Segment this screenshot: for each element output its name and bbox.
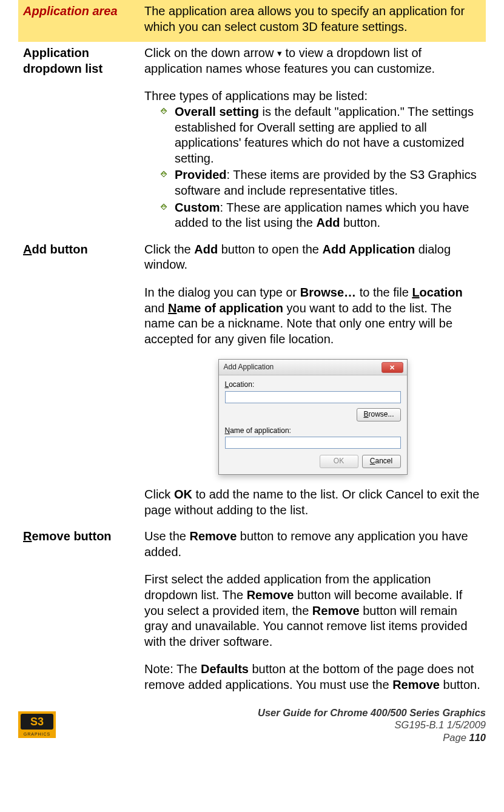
svg-text:GRAPHICS: GRAPHICS xyxy=(24,732,51,736)
dialog-action-row: OK Cancel xyxy=(225,455,401,468)
close-icon: ✕ xyxy=(389,363,395,372)
list-item: Overall setting is the default "applicat… xyxy=(160,104,481,166)
bullet-icon xyxy=(160,170,167,178)
close-button[interactable]: ✕ xyxy=(381,362,403,373)
t: Defaults xyxy=(201,662,249,676)
t: and xyxy=(144,301,168,315)
t: ocation xyxy=(420,286,463,299)
row-application-area: Application area The application area al… xyxy=(18,0,486,42)
t: ame of application: xyxy=(230,426,291,435)
desc-application-area: The application area allows you to speci… xyxy=(139,0,486,42)
t: Click the xyxy=(144,243,194,256)
dropdown-intro: Click on the down arrow ▾ to view a drop… xyxy=(144,45,481,76)
li-tail-rest: button. xyxy=(340,216,380,229)
footer-line3: Page 110 xyxy=(258,731,486,744)
browse-row: Browse... xyxy=(225,408,401,421)
desc-application-area-text: The application area allows you to speci… xyxy=(144,4,481,35)
t: In the dialog you can type or xyxy=(144,286,300,299)
add-p2: In the dialog you can type or Browse… to… xyxy=(144,285,481,347)
t: ocation: xyxy=(229,380,254,389)
t: button. xyxy=(440,678,480,691)
footer-line2: SG195-B.1 1/5/2009 xyxy=(258,719,486,731)
t: Remove xyxy=(247,588,294,602)
dropdown-types-list: Overall setting is the default "applicat… xyxy=(144,104,481,231)
t: OK xyxy=(174,488,192,501)
desc-dropdown-list: Click on the down arrow ▾ to view a drop… xyxy=(139,42,486,238)
term-remove-u: R xyxy=(23,529,32,543)
dropdown-arrow-icon: ▾ xyxy=(277,48,282,58)
li-lead: Overall setting xyxy=(175,105,259,118)
ok-button[interactable]: OK xyxy=(320,455,358,468)
name-input[interactable] xyxy=(225,437,401,449)
add-application-dialog: Add Application ✕ Location: xyxy=(218,359,408,475)
location-label: Location: xyxy=(225,380,401,389)
li-lead: Provided xyxy=(175,168,227,181)
term-add-rest: dd button xyxy=(32,243,87,256)
li-tail-bold: Add xyxy=(317,216,340,229)
t: Use the xyxy=(144,529,189,543)
row-dropdown-list: Application dropdown list Click on the d… xyxy=(18,42,486,238)
list-item: Custom: These are application names whic… xyxy=(160,200,481,231)
t: rowse... xyxy=(368,410,394,418)
dialog-title: Add Application xyxy=(224,363,274,372)
t: L xyxy=(412,286,419,299)
document-page: Application area The application area al… xyxy=(0,0,504,700)
term-remove-rest: emove button xyxy=(32,529,111,543)
term-application-area: Application area xyxy=(18,0,139,42)
t: Add xyxy=(194,243,218,256)
add-p1: Click the Add button to open the Add App… xyxy=(144,242,481,273)
remove-p2: First select the added application from … xyxy=(144,572,481,649)
footer-text: User Guide for Chrome 400/500 Series Gra… xyxy=(258,706,486,744)
footer-page-word: Page xyxy=(443,732,469,743)
list-item: Provided: These items are provided by th… xyxy=(160,167,481,198)
browse-button[interactable]: Browse... xyxy=(357,408,400,421)
dropdown-types-intro: Three types of applications may be liste… xyxy=(144,89,481,104)
s3-graphics-logo: S3 GRAPHICS xyxy=(18,711,56,738)
t: ame of application xyxy=(176,301,283,315)
footer-page-num: 110 xyxy=(469,732,486,743)
location-input[interactable] xyxy=(225,391,401,403)
footer-line1: User Guide for Chrome 400/500 Series Gra… xyxy=(258,706,486,719)
add-p3: Click OK to add the name to the list. Or… xyxy=(144,487,481,518)
cancel-button[interactable]: Cancel xyxy=(362,455,401,468)
row-remove-button: Remove button Use the Remove button to r… xyxy=(18,525,486,700)
t: Browse… xyxy=(300,286,356,299)
row-add-button: Add button Click the Add button to open … xyxy=(18,238,486,525)
t: Note: The xyxy=(144,662,201,676)
t: button to open the xyxy=(218,243,322,256)
t: Name of application xyxy=(168,301,283,315)
t: Remove xyxy=(189,529,237,543)
t: to add the name to the list. Or click Ca… xyxy=(144,488,479,517)
desc-remove-button: Use the Remove button to remove any appl… xyxy=(139,525,486,700)
t: Add Application xyxy=(323,243,415,256)
remove-p1: Use the Remove button to remove any appl… xyxy=(144,529,481,560)
t: N xyxy=(225,426,230,435)
li-lead: Custom xyxy=(175,201,220,214)
dialog-titlebar: Add Application ✕ xyxy=(219,360,407,375)
t: Location xyxy=(412,286,462,299)
dialog-body: Location: Browse... Name of application: xyxy=(219,375,407,474)
t: ancel xyxy=(375,457,392,465)
page-footer: S3 GRAPHICS User Guide for Chrome 400/50… xyxy=(0,700,504,750)
t: Click xyxy=(144,488,174,501)
desc-add-button: Click the Add button to open the Add App… xyxy=(139,238,486,525)
t: to the file xyxy=(356,286,412,299)
name-label: Name of application: xyxy=(225,426,401,435)
definitions-table: Application area The application area al… xyxy=(18,0,486,700)
term-add-u: A xyxy=(23,243,32,256)
term-remove-button: Remove button xyxy=(18,525,139,700)
t: N xyxy=(168,301,176,315)
dropdown-intro-a: Click on the down arrow xyxy=(144,46,277,59)
t: Remove xyxy=(312,604,360,617)
svg-text:S3: S3 xyxy=(30,716,44,728)
bullet-icon xyxy=(160,203,167,210)
add-application-dialog-figure: Add Application ✕ Location: xyxy=(144,359,481,475)
bullet-icon xyxy=(160,107,167,115)
remove-p3: Note: The Defaults button at the bottom … xyxy=(144,662,481,693)
term-add-button: Add button xyxy=(18,238,139,525)
t: Remove xyxy=(392,678,440,691)
term-dropdown-list: Application dropdown list xyxy=(18,42,139,238)
